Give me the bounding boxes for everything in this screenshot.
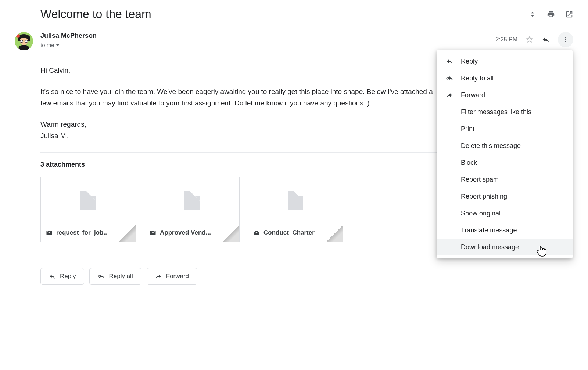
body-paragraph: It's so nice to have you join the team. …: [40, 86, 441, 109]
recipient-text: to me: [40, 42, 54, 48]
menu-item-reply-all[interactable]: Reply to all: [437, 70, 573, 87]
menu-item-report-spam[interactable]: Report spam: [437, 171, 573, 188]
body-signoff-1: Warm regards,: [40, 120, 86, 128]
menu-item-show-original[interactable]: Show original: [437, 205, 573, 222]
forward-icon: [445, 92, 454, 98]
menu-item-delete[interactable]: Delete this message: [437, 137, 573, 154]
menu-label: Print: [461, 125, 474, 133]
menu-item-report-phishing[interactable]: Report phishing: [437, 188, 573, 205]
sender-name: Julisa McPherson: [40, 32, 488, 40]
mail-icon: [150, 229, 156, 236]
menu-label: Reply to all: [461, 75, 494, 82]
attachment-label: Conduct_Charter: [263, 229, 315, 236]
reply-all-icon: [98, 273, 104, 280]
menu-label: Forward: [461, 91, 485, 99]
fold-corner-icon: [119, 225, 136, 242]
fold-corner-icon: [327, 225, 343, 242]
forward-button[interactable]: Forward: [147, 268, 197, 285]
reply-button[interactable]: Reply: [40, 268, 84, 285]
menu-item-forward[interactable]: Forward: [437, 87, 573, 104]
file-icon: [288, 191, 303, 210]
menu-item-reply[interactable]: Reply: [437, 53, 573, 70]
file-icon: [184, 191, 200, 210]
menu-item-translate[interactable]: Translate message: [437, 222, 573, 239]
menu-item-block[interactable]: Block: [437, 154, 573, 171]
menu-label: Report phishing: [461, 193, 507, 200]
forward-label: Forward: [166, 273, 189, 280]
attachment-label: request_for_job..: [56, 229, 107, 236]
file-icon: [80, 191, 96, 210]
attachment-label: Approved Vend...: [160, 229, 211, 236]
body-greeting: Hi Calvin,: [40, 65, 441, 76]
forward-icon: [155, 273, 162, 280]
menu-label: Block: [461, 159, 477, 167]
reply-icon: [445, 58, 454, 65]
reply-all-label: Reply all: [109, 273, 133, 280]
attachment-card[interactable]: Approved Vend...: [144, 177, 240, 242]
attachment-card[interactable]: request_for_job..: [40, 177, 136, 242]
timestamp: 2:25 PM: [495, 36, 517, 43]
menu-label: Download message: [461, 243, 519, 251]
svg-point-0: [565, 37, 566, 38]
expand-collapse-icon[interactable]: [528, 10, 537, 18]
svg-point-2: [565, 41, 566, 42]
fold-corner-icon: [223, 225, 239, 242]
menu-item-download[interactable]: Download message: [437, 239, 573, 255]
menu-label: Show original: [461, 210, 501, 217]
email-subject: Welcome to the team: [40, 7, 151, 21]
reply-label: Reply: [60, 273, 76, 280]
menu-item-print[interactable]: Print: [437, 120, 573, 137]
menu-label: Reply: [461, 58, 478, 65]
mail-icon: [46, 229, 53, 236]
print-icon[interactable]: [547, 10, 555, 18]
menu-label: Delete this message: [461, 142, 521, 150]
star-icon[interactable]: [526, 36, 534, 44]
more-options-button[interactable]: [558, 32, 573, 47]
recipient-line[interactable]: to me: [40, 42, 488, 48]
body-signoff-2: Julisa M.: [40, 132, 68, 139]
open-new-window-icon[interactable]: [565, 10, 573, 18]
reply-all-icon: [445, 75, 454, 81]
menu-label: Report spam: [461, 176, 499, 184]
menu-item-filter[interactable]: Filter messages like this: [437, 104, 573, 120]
avatar: [15, 32, 33, 50]
reply-all-button[interactable]: Reply all: [89, 268, 141, 285]
menu-label: Translate message: [461, 226, 517, 234]
svg-point-1: [565, 39, 566, 40]
more-options-menu: Reply Reply to all Forward Filter messag…: [437, 50, 573, 258]
chevron-down-icon: [56, 44, 60, 46]
reply-icon[interactable]: [542, 36, 550, 44]
reply-icon: [49, 273, 55, 280]
menu-label: Filter messages like this: [461, 108, 531, 116]
attachment-card[interactable]: Conduct_Charter: [248, 177, 343, 242]
mail-icon: [253, 229, 260, 236]
